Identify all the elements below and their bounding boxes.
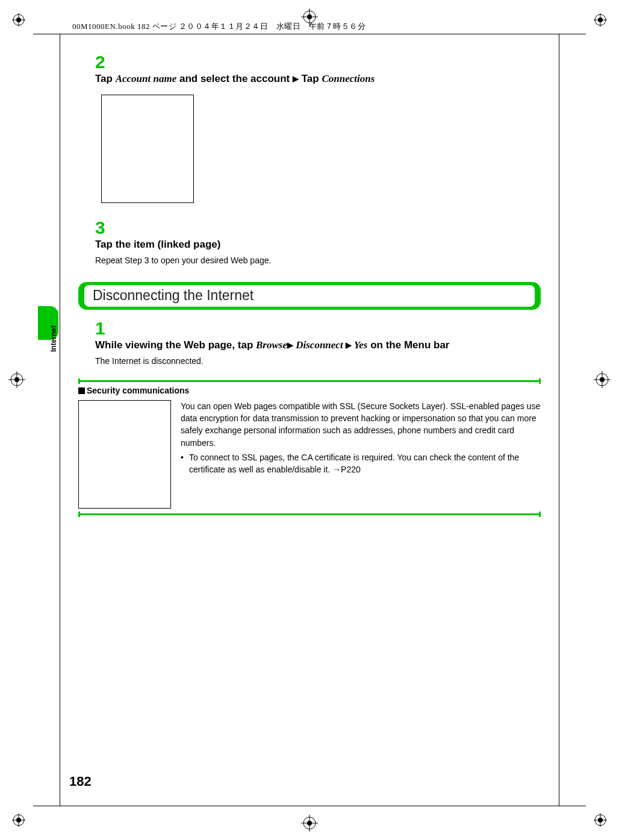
text: Tap — [299, 73, 322, 84]
subsection-security: Security communications You can open Web… — [78, 380, 541, 515]
text-italic: Yes — [352, 339, 368, 351]
center-registration-icon — [301, 815, 318, 832]
step-heading: Tap Account name and select the account … — [95, 73, 375, 84]
triangle-icon: ▶ — [287, 340, 293, 349]
section-title: Disconnecting the Internet — [93, 287, 254, 304]
square-icon — [78, 387, 85, 394]
step-heading: Tap the item (linked page) — [95, 238, 515, 252]
divider — [78, 380, 541, 382]
text: on the Menu bar — [367, 339, 449, 351]
triangle-icon: ▶ — [293, 74, 299, 83]
triangle-icon: ▶ — [346, 340, 352, 349]
section-header: Disconnecting the Internet — [78, 282, 541, 310]
crop-line — [60, 34, 60, 806]
text-italic: Disconnect — [293, 339, 346, 351]
text: Tap — [95, 73, 116, 84]
bullet-text: To connect to SSL pages, the CA certific… — [189, 451, 541, 476]
paragraph: You can open Web pages compatible with S… — [181, 400, 541, 449]
content: 2 Tap Account name and select the accoun… — [78, 52, 541, 780]
registration-mark-icon — [12, 813, 25, 827]
step-3: 3 Tap the item (linked page) Repeat Step… — [95, 218, 541, 265]
center-registration-icon — [594, 371, 611, 388]
crop-line — [33, 806, 586, 806]
center-registration-icon — [8, 371, 25, 388]
text: and select the account — [176, 73, 293, 84]
page-number: 182 — [69, 774, 92, 789]
registration-mark-icon — [594, 813, 607, 827]
step-number: 2 — [95, 52, 118, 72]
text: While viewing the Web page, tap — [95, 339, 256, 351]
text-italic: Account name — [116, 73, 177, 84]
screenshot-placeholder — [101, 95, 194, 203]
step-number: 3 — [95, 218, 118, 238]
text-italic: Connections — [322, 73, 375, 84]
text-italic: Browse — [256, 339, 287, 351]
step-body: Repeat Step 3 to open your desired Web p… — [95, 255, 515, 265]
divider — [78, 513, 541, 515]
page: 00M1000EN.book 182 ページ ２００４年１１月２４日 水曜日 午… — [0, 0, 619, 840]
crop-header-label: 00M1000EN.book 182 ページ ２００４年１１月２４日 水曜日 午… — [72, 21, 365, 32]
registration-mark-icon — [594, 13, 607, 27]
step-number: 1 — [95, 318, 118, 339]
subsection-title: Security communications — [78, 386, 541, 395]
step-heading: While viewing the Web page, tap Browse▶ … — [95, 339, 515, 353]
crop-line — [33, 34, 586, 34]
step-body: The Internet is disconnected. — [95, 356, 515, 366]
bullet-icon: • — [181, 451, 189, 476]
step-1: 1 While viewing the Web page, tap Browse… — [95, 318, 541, 366]
crop-line — [559, 34, 559, 806]
step-2: 2 Tap Account name and select the accoun… — [95, 52, 541, 86]
security-text: You can open Web pages compatible with S… — [181, 400, 541, 509]
screenshot-placeholder — [78, 400, 171, 509]
side-tab-label: Internet — [49, 325, 58, 352]
registration-mark-icon — [12, 13, 25, 27]
subsection-title-text: Security communications — [87, 386, 189, 395]
